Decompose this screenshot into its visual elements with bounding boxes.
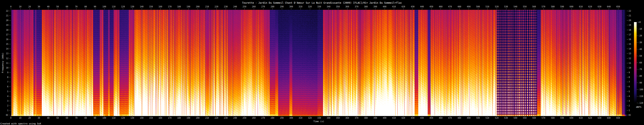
tick-mark — [9, 11, 11, 11]
freq-tick-label: 4 — [0, 95, 8, 97]
tick-mark — [67, 116, 67, 117]
freq-tick-label: 13 — [629, 52, 631, 55]
spectrogram-page: Tourette - Jardin Du Sommeil Chant D'Amo… — [0, 0, 644, 125]
time-tick-label: 600 — [570, 117, 573, 119]
time-tick-label: 500 — [476, 5, 480, 8]
time-tick-label: 350 — [336, 5, 340, 8]
time-tick-label: 580 — [551, 5, 555, 8]
time-tick-label: 0 — [10, 117, 12, 119]
tick-mark — [609, 8, 609, 9]
colorbar-tick-label: +0 — [638, 21, 641, 23]
time-tick-label: 160 — [158, 117, 162, 119]
tick-mark — [76, 116, 76, 117]
tick-mark — [627, 110, 628, 111]
freq-tick-label: 16 — [0, 38, 8, 40]
tick-mark — [553, 8, 553, 9]
tick-mark — [478, 8, 478, 9]
time-tick-label: 440 — [420, 5, 424, 8]
tick-mark — [207, 8, 207, 9]
freq-tick-label: 7 — [0, 81, 8, 83]
tick-mark — [440, 8, 441, 9]
tick-mark — [263, 116, 264, 117]
time-tick-label: 590 — [560, 5, 564, 8]
freq-tick-label: 2 — [629, 105, 630, 107]
tick-mark — [356, 8, 357, 9]
time-tick-label: 430 — [411, 117, 414, 119]
tick-mark — [9, 72, 11, 73]
tick-mark — [263, 8, 264, 9]
tick-mark — [9, 30, 11, 30]
tick-mark — [11, 8, 11, 9]
time-tick-label: 150 — [149, 5, 153, 8]
freq-tick-label: 10 — [629, 66, 631, 69]
tick-mark — [627, 101, 628, 101]
freq-tick-label: 5 — [629, 90, 630, 93]
tick-mark — [9, 53, 11, 54]
tick-mark — [188, 116, 189, 117]
tick-mark — [627, 44, 628, 44]
tick-mark — [572, 8, 572, 9]
time-tick-label: 130 — [130, 5, 134, 8]
tick-mark — [282, 8, 282, 9]
time-tick-label: 380 — [364, 5, 368, 8]
tick-mark — [627, 25, 628, 25]
colorbar-tick-label: -50 — [638, 55, 642, 57]
freq-tick-label: 21 — [0, 14, 8, 17]
time-tick-label: 320 — [308, 117, 312, 119]
time-tick-label: 160 — [158, 5, 162, 8]
tick-mark — [412, 116, 413, 117]
colorbar-tick-label: -70 — [638, 68, 642, 70]
time-tick-label: 420 — [402, 117, 405, 119]
time-tick-label: 620 — [588, 5, 592, 8]
tick-mark — [600, 116, 600, 117]
freq-tick-label: 6 — [629, 86, 630, 88]
freq-tick-label: 1 — [629, 109, 630, 112]
freq-tick-label: 20 — [629, 19, 631, 21]
time-tick-label: 230 — [224, 5, 228, 8]
tick-mark — [114, 116, 114, 117]
tick-mark — [637, 42, 638, 43]
freq-tick-label: 8 — [0, 76, 8, 78]
freq-tick-label: 20 — [0, 19, 8, 21]
time-tick-label: 330 — [317, 117, 321, 119]
tick-mark — [627, 39, 628, 39]
time-tick-label: 390 — [374, 5, 377, 8]
tick-mark — [170, 8, 170, 9]
time-tick-label: 460 — [439, 5, 442, 8]
time-tick-label: 30 — [38, 117, 40, 119]
time-tick-label: 440 — [420, 117, 424, 119]
time-tick-label: 520 — [495, 117, 498, 119]
time-tick-label: 110 — [112, 117, 116, 119]
time-tick-label: 120 — [121, 117, 125, 119]
tick-mark — [291, 116, 291, 117]
tick-mark — [553, 116, 553, 117]
time-tick-label: 430 — [411, 5, 414, 8]
freq-tick-label: 17 — [629, 33, 631, 36]
time-tick-label: 10 — [19, 5, 22, 8]
tick-mark — [226, 116, 226, 117]
time-tick-label: 470 — [448, 117, 452, 119]
tick-mark — [403, 8, 404, 9]
time-tick-label: 60 — [66, 117, 68, 119]
time-tick-label: 190 — [186, 5, 190, 8]
tick-mark — [627, 77, 628, 77]
tick-mark — [562, 8, 562, 9]
tick-mark — [525, 116, 525, 117]
tick-mark — [328, 116, 329, 117]
tick-mark — [487, 8, 488, 9]
time-tick-label: 630 — [598, 117, 602, 119]
tick-mark — [9, 101, 11, 101]
time-tick-label: 610 — [579, 5, 582, 8]
time-tick-label: 70 — [75, 117, 78, 119]
time-tick-label: 110 — [112, 5, 116, 8]
time-tick-label: 360 — [345, 5, 349, 8]
tick-mark — [600, 8, 600, 9]
tick-mark — [95, 116, 95, 117]
time-tick-label: 170 — [168, 5, 172, 8]
tick-mark — [478, 116, 478, 117]
colorbar-tick-label: -100 — [638, 88, 643, 91]
tick-mark — [366, 8, 366, 9]
time-tick-label: 120 — [121, 5, 125, 8]
dbfs-label: dBFS — [634, 106, 644, 109]
time-tick-label: 490 — [467, 117, 470, 119]
